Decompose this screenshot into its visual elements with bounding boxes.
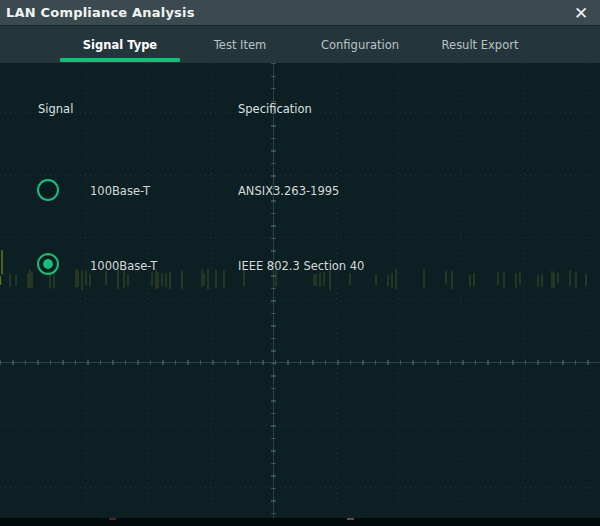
tab-configuration[interactable]: Configuration [300,26,420,63]
bottom-bar [0,518,600,526]
column-header-signal: Signal [38,102,73,116]
oscilloscope-screen: Signal Specification 100Base-T ANSIX3.26… [0,0,600,526]
scope-display: Signal Specification 100Base-T ANSIX3.26… [0,63,600,518]
trace-marker-right [347,518,354,520]
dialog-title: LAN Compliance Analysis [0,5,195,20]
trace-marker-left [109,518,116,520]
radio-dot [43,259,53,269]
specification-label: ANSIX3.263-1995 [238,184,339,198]
signal-label[interactable]: 100Base-T [90,184,150,198]
tab-test-item[interactable]: Test Item [180,26,300,63]
tab-result-export[interactable]: Result Export [420,26,540,63]
signal-label[interactable]: 1000Base-T [90,259,157,273]
radio-1000base-t[interactable] [37,253,59,275]
column-header-specification: Specification [238,102,312,116]
dialog-tabbar: Signal Type Test Item Configuration Resu… [0,26,600,63]
radio-100base-t[interactable] [37,179,59,201]
dialog-titlebar: LAN Compliance Analysis ✕ [0,0,600,26]
tab-signal-type[interactable]: Signal Type [60,26,180,63]
specification-label: IEEE 802.3 Section 40 [238,259,364,273]
close-icon[interactable]: ✕ [566,0,596,26]
